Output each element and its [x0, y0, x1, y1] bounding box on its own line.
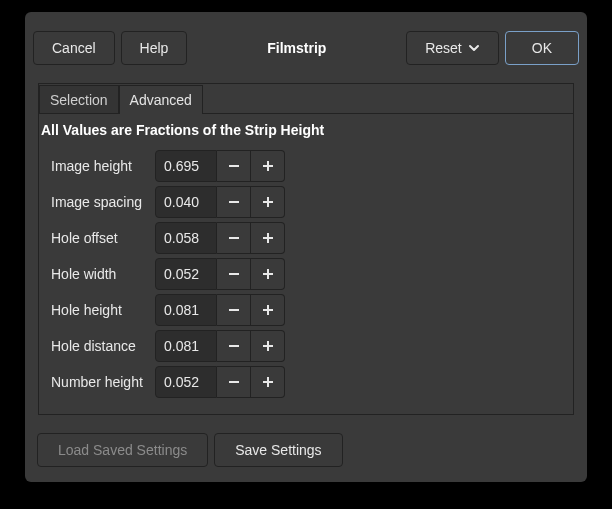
row-number-height: Number height	[51, 364, 573, 400]
svg-rect-5	[267, 197, 269, 207]
cancel-button[interactable]: Cancel	[33, 31, 115, 65]
row-hole-distance: Hole distance	[51, 328, 573, 364]
tab-bar: Selection Advanced	[39, 84, 573, 113]
minus-icon	[227, 267, 241, 281]
increment-hole-distance[interactable]	[251, 330, 285, 362]
plus-icon	[261, 195, 275, 209]
increment-hole-width[interactable]	[251, 258, 285, 290]
svg-rect-0	[229, 165, 239, 167]
svg-rect-2	[267, 161, 269, 171]
svg-rect-12	[229, 309, 239, 311]
row-hole-width: Hole width	[51, 256, 573, 292]
svg-rect-9	[229, 273, 239, 275]
chevron-down-icon	[468, 42, 480, 54]
row-image-height: Image height	[51, 148, 573, 184]
decrement-image-spacing[interactable]	[217, 186, 251, 218]
label-image-height: Image height	[51, 158, 155, 174]
label-hole-distance: Hole distance	[51, 338, 155, 354]
decrement-image-height[interactable]	[217, 150, 251, 182]
increment-image-spacing[interactable]	[251, 186, 285, 218]
minus-icon	[227, 195, 241, 209]
svg-rect-20	[267, 377, 269, 387]
reset-label: Reset	[425, 40, 462, 56]
label-hole-height: Hole height	[51, 302, 155, 318]
plus-icon	[261, 159, 275, 173]
increment-hole-offset[interactable]	[251, 222, 285, 254]
section-heading: All Values are Fractions of the Strip He…	[39, 122, 573, 144]
input-number-height[interactable]	[155, 366, 217, 398]
row-hole-offset: Hole offset	[51, 220, 573, 256]
svg-rect-8	[267, 233, 269, 243]
input-image-spacing[interactable]	[155, 186, 217, 218]
minus-icon	[227, 159, 241, 173]
label-number-height: Number height	[51, 374, 155, 390]
svg-rect-17	[267, 341, 269, 351]
filmstrip-dialog: Cancel Help Filmstrip Reset OK Selection…	[25, 12, 587, 482]
input-hole-height[interactable]	[155, 294, 217, 326]
field-rows: Image height Image spacing	[39, 144, 573, 400]
dialog-title: Filmstrip	[193, 40, 400, 56]
increment-image-height[interactable]	[251, 150, 285, 182]
ok-button[interactable]: OK	[505, 31, 579, 65]
reset-button[interactable]: Reset	[406, 31, 499, 65]
tab-selection[interactable]: Selection	[39, 85, 119, 114]
label-hole-width: Hole width	[51, 266, 155, 282]
load-saved-settings-button[interactable]: Load Saved Settings	[37, 433, 208, 467]
decrement-hole-distance[interactable]	[217, 330, 251, 362]
decrement-hole-offset[interactable]	[217, 222, 251, 254]
row-hole-height: Hole height	[51, 292, 573, 328]
row-image-spacing: Image spacing	[51, 184, 573, 220]
plus-icon	[261, 339, 275, 353]
dialog-header: Cancel Help Filmstrip Reset OK	[25, 30, 587, 66]
settings-panel: Selection Advanced All Values are Fracti…	[38, 83, 574, 415]
minus-icon	[227, 231, 241, 245]
plus-icon	[261, 267, 275, 281]
plus-icon	[261, 375, 275, 389]
svg-rect-18	[229, 381, 239, 383]
svg-rect-14	[267, 305, 269, 315]
dialog-footer: Load Saved Settings Save Settings	[37, 433, 343, 467]
increment-number-height[interactable]	[251, 366, 285, 398]
decrement-number-height[interactable]	[217, 366, 251, 398]
svg-rect-11	[267, 269, 269, 279]
input-image-height[interactable]	[155, 150, 217, 182]
plus-icon	[261, 303, 275, 317]
svg-rect-6	[229, 237, 239, 239]
decrement-hole-height[interactable]	[217, 294, 251, 326]
tab-advanced[interactable]: Advanced	[119, 85, 203, 114]
tab-body-advanced: All Values are Fractions of the Strip He…	[39, 114, 573, 414]
minus-icon	[227, 303, 241, 317]
plus-icon	[261, 231, 275, 245]
minus-icon	[227, 375, 241, 389]
help-button[interactable]: Help	[121, 31, 188, 65]
input-hole-distance[interactable]	[155, 330, 217, 362]
svg-rect-15	[229, 345, 239, 347]
increment-hole-height[interactable]	[251, 294, 285, 326]
input-hole-width[interactable]	[155, 258, 217, 290]
decrement-hole-width[interactable]	[217, 258, 251, 290]
input-hole-offset[interactable]	[155, 222, 217, 254]
label-image-spacing: Image spacing	[51, 194, 155, 210]
minus-icon	[227, 339, 241, 353]
label-hole-offset: Hole offset	[51, 230, 155, 246]
save-settings-button[interactable]: Save Settings	[214, 433, 342, 467]
svg-rect-3	[229, 201, 239, 203]
